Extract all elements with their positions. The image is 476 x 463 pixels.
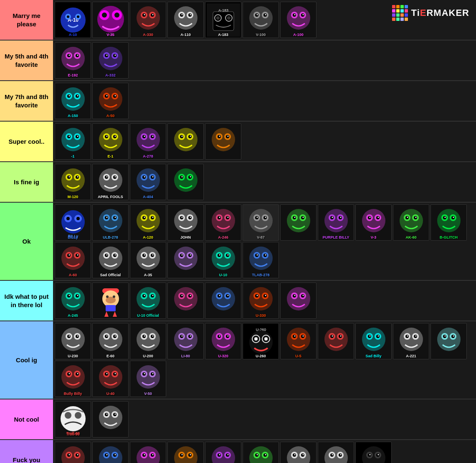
svg-point-29 xyxy=(190,14,191,15)
tier-item-dark_last[interactable] xyxy=(355,442,392,463)
svg-point-211 xyxy=(302,216,304,218)
tier-item-sad_billy[interactable]: Sad Billy xyxy=(355,323,392,359)
tier-item-troll2[interactable] xyxy=(318,442,354,463)
tier-item-u320[interactable]: U-320 xyxy=(205,323,241,359)
svg-point-432 xyxy=(444,335,446,336)
tier-item-bully_billy[interactable]: Bully Billy xyxy=(55,361,91,397)
tier-item-a330[interactable]: A-330 xyxy=(130,2,166,38)
tier-item-u260[interactable]: U-260U-260 xyxy=(243,323,279,359)
tier-item-a245[interactable]: A-245 xyxy=(55,282,91,319)
svg-point-156 xyxy=(190,176,191,177)
tier-item-u5top[interactable]: U-5 xyxy=(280,323,316,359)
tier-item-u40[interactable]: U-40 xyxy=(92,361,129,397)
tier-item-april[interactable]: APRIL FOOLS xyxy=(92,164,129,200)
tier-item-u10ok[interactable]: U-10 xyxy=(205,242,241,278)
svg-point-494 xyxy=(152,454,153,455)
tier-item-a278[interactable]: A-278 xyxy=(130,123,166,160)
tier-item-green_face[interactable] xyxy=(167,164,204,200)
tier-item-a220[interactable]: A-220 xyxy=(92,442,129,463)
tier-item-purple_billy[interactable]: PURPLE BILLY xyxy=(318,204,354,241)
tier-item-u200[interactable]: U-200 xyxy=(130,323,166,359)
svg-point-227 xyxy=(377,216,379,218)
tier-item-a246[interactable]: A-246 xyxy=(205,204,241,241)
tier-item-idk6[interactable]: U-330 xyxy=(243,282,279,319)
svg-point-534 xyxy=(340,454,341,455)
svg-point-416 xyxy=(369,335,370,336)
svg-point-116 xyxy=(190,135,191,137)
tier-item-billy[interactable]: BILLyBILLy xyxy=(55,204,91,241)
tier-item-a120[interactable]: A-120 xyxy=(130,204,166,241)
svg-point-354 xyxy=(77,335,78,336)
tier-item-xx1[interactable] xyxy=(280,204,316,241)
tier-item-troll90[interactable]: Troll-90Troll-90 xyxy=(55,401,91,438)
tier-item-eyes_cl[interactable] xyxy=(430,323,467,359)
tier-label-ok: Ok xyxy=(0,203,53,280)
tier-item-orange_cone[interactable] xyxy=(205,123,241,160)
svg-point-131 xyxy=(68,176,70,177)
tier-item-v100b[interactable]: V-100 xyxy=(243,2,279,38)
tier-item-mario[interactable] xyxy=(92,282,129,319)
tier-item-a110[interactable]: A-110 xyxy=(167,2,204,38)
svg-point-162 xyxy=(76,217,80,220)
svg-point-107 xyxy=(144,135,145,137)
tier-item-a10[interactable]: A-10A-10 xyxy=(55,2,91,38)
item-label-sad_billy: Sad Billy xyxy=(365,354,381,358)
svg-point-510 xyxy=(227,454,228,455)
svg-point-83 xyxy=(106,95,107,96)
tier-item-li80[interactable]: LI-80 xyxy=(167,323,204,359)
tier-item-red_sm[interactable] xyxy=(318,323,354,359)
svg-point-259 xyxy=(114,254,116,255)
svg-point-304 xyxy=(106,295,109,298)
svg-point-401 xyxy=(302,335,304,336)
tier-item-u10off[interactable]: U-10 Official xyxy=(130,282,166,319)
tier-item-a183[interactable]: A-183A-183 xyxy=(205,2,241,38)
tier-item-e1[interactable]: E-1 xyxy=(92,123,129,160)
item-label-a330: A-330 xyxy=(143,33,153,37)
tier-item-noah[interactable]: Noah xyxy=(243,442,279,463)
tier-item-ulb278[interactable]: ULB-278 xyxy=(92,204,129,241)
tier-item-jk21[interactable] xyxy=(167,242,204,278)
tier-item-a150[interactable]: A-150 xyxy=(55,83,91,119)
svg-point-99 xyxy=(106,135,107,137)
tier-item-neg1[interactable]: -1 xyxy=(55,123,91,160)
tier-item-a60[interactable]: A-60 xyxy=(55,242,91,278)
tier-item-a404[interactable]: A-404 xyxy=(130,164,166,200)
tier-item-u230[interactable]: U-230 xyxy=(55,323,91,359)
tier-item-a258[interactable]: A-258 xyxy=(167,442,204,463)
tier-item-e192[interactable]: E-192 xyxy=(55,42,91,79)
svg-point-203 xyxy=(265,216,266,218)
tier-item-x2[interactable]: X-2 xyxy=(55,442,91,463)
item-label-purple_billy: PURPLE BILLY xyxy=(322,235,349,239)
tier-item-v35[interactable]: V-35V-35 xyxy=(92,2,129,38)
tier-item-ak60[interactable]: AK-60 xyxy=(393,204,429,241)
svg-point-502 xyxy=(190,454,191,455)
item-label-m120: M-120 xyxy=(68,195,78,199)
tier-item-idk7[interactable] xyxy=(280,282,316,319)
tier-item-v50[interactable]: V-50 xyxy=(130,361,166,397)
tier-item-a50[interactable]: A-50 xyxy=(92,83,129,119)
tier-item-a80[interactable]: A-80 xyxy=(280,442,316,463)
tier-item-v87[interactable]: V-87 xyxy=(243,204,279,241)
tier-item-a100[interactable]: A-100 xyxy=(280,2,316,38)
tier-item-john[interactable]: JOHN xyxy=(167,204,204,241)
tier-item-m120[interactable]: M-120 xyxy=(55,164,91,200)
svg-point-298 xyxy=(68,295,70,296)
svg-point-148 xyxy=(152,176,153,177)
tier-item-a332[interactable]: A-332 xyxy=(92,42,129,79)
tier-item-xx2[interactable] xyxy=(92,401,129,438)
svg-point-457 xyxy=(152,373,153,374)
tier-item-idk5[interactable] xyxy=(205,282,241,319)
tier-item-a35[interactable]: A-35 xyxy=(130,242,166,278)
tier-item-tlab278[interactable]: TLAB-278 xyxy=(243,242,279,278)
tier-item-a1[interactable]: A-1 xyxy=(130,442,166,463)
tier-item-b_glitch[interactable]: B-GLITCH xyxy=(430,204,467,241)
tier-item-v5[interactable]: V-5 xyxy=(205,442,241,463)
tier-item-e60[interactable]: E-60 xyxy=(92,323,129,359)
tier-item-idk4[interactable] xyxy=(167,282,204,319)
tier-item-a221[interactable]: A-221 xyxy=(393,323,429,359)
svg-point-313 xyxy=(144,295,145,296)
tier-item-v3[interactable]: V-3 xyxy=(355,204,392,241)
tier-item-sad_official[interactable]: Sad Official xyxy=(92,242,129,278)
tier-item-smiley[interactable] xyxy=(167,123,204,160)
svg-point-155 xyxy=(181,176,182,177)
